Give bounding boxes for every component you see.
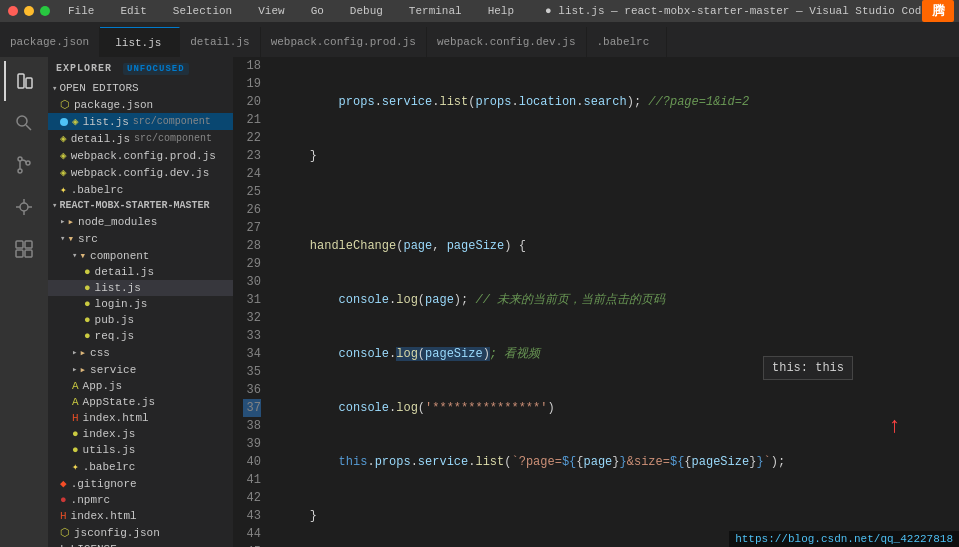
svg-point-5: [18, 169, 22, 173]
code-content[interactable]: props.service.list(props.location.search…: [271, 57, 959, 547]
file-pub-js[interactable]: ● pub.js: [48, 312, 233, 328]
file-npmrc[interactable]: ● .npmrc: [48, 492, 233, 508]
activity-explorer[interactable]: [4, 61, 44, 101]
activity-search[interactable]: [4, 103, 44, 143]
menu-selection[interactable]: Selection: [165, 3, 240, 19]
file-index-html[interactable]: H index.html: [48, 508, 233, 524]
chevron-icon: ▾: [60, 233, 65, 244]
folder-node-modules[interactable]: ▸ ▸ node_modules: [48, 213, 233, 230]
file-path: src/component: [133, 116, 211, 127]
menu-view[interactable]: View: [250, 3, 292, 19]
svg-point-4: [18, 157, 22, 161]
folder-service[interactable]: ▸ ▸ service: [48, 361, 233, 378]
activity-extensions[interactable]: [4, 229, 44, 269]
tab-webpack-dev[interactable]: webpack.config.dev.js: [427, 27, 587, 57]
open-file-package-json[interactable]: ⬡ package.json: [48, 96, 233, 113]
babelrc-icon: ✦: [72, 460, 79, 473]
modified-dot: [60, 118, 68, 126]
menu-edit[interactable]: Edit: [112, 3, 154, 19]
js-icon: ●: [84, 314, 91, 326]
file-jsconfig[interactable]: ⬡ jsconfig.json: [48, 524, 233, 541]
main-content: EXPLORER UNFOCUSED ▾ OPEN EDITORS ⬡ pack…: [0, 57, 959, 547]
open-file-webpack-prod[interactable]: ◈ webpack.config.prod.js: [48, 147, 233, 164]
close-button[interactable]: [8, 6, 18, 16]
code-line-25: this.props.service.list(`?page=${{page}}…: [281, 453, 949, 471]
title-bar: File Edit Selection View Go Debug Termin…: [0, 0, 959, 22]
maximize-button[interactable]: [40, 6, 50, 16]
tencent-logo: 腾: [922, 0, 954, 22]
js-icon: ●: [84, 298, 91, 310]
svg-point-2: [17, 116, 27, 126]
code-line-21: handleChange(page, pageSize) {: [281, 237, 949, 255]
tab-label: webpack.config.prod.js: [271, 36, 416, 48]
line-numbers: 1819202122 2324252627 2829303132 3334353…: [233, 57, 271, 547]
file-name: .npmrc: [71, 494, 111, 506]
file-name: webpack.config.dev.js: [71, 167, 210, 179]
file-path: src/component: [134, 133, 212, 144]
folder-name: service: [90, 364, 136, 376]
activity-git[interactable]: [4, 145, 44, 185]
tab-package-json[interactable]: package.json: [0, 27, 100, 57]
file-name: webpack.config.prod.js: [71, 150, 216, 162]
svg-rect-15: [25, 250, 32, 257]
txt-icon: L: [60, 543, 67, 547]
file-license[interactable]: L LICENSE: [48, 541, 233, 547]
file-name: index.js: [83, 428, 136, 440]
file-req-js[interactable]: ● req.js: [48, 328, 233, 344]
minimize-button[interactable]: [24, 6, 34, 16]
open-file-webpack-dev[interactable]: ◈ webpack.config.dev.js: [48, 164, 233, 181]
project-root[interactable]: ▾ REACT-MOBX-STARTER-MASTER: [48, 198, 233, 213]
file-utils-js[interactable]: ● utils.js: [48, 442, 233, 458]
tab-label: .babelrc: [597, 36, 650, 48]
open-editors-section[interactable]: ▾ OPEN EDITORS: [48, 80, 233, 96]
watermark: https://blog.csdn.net/qq_42227818: [729, 531, 959, 547]
file-index-html[interactable]: H index.html: [48, 410, 233, 426]
file-name: index.html: [71, 510, 137, 522]
folder-icon: ▾: [79, 249, 86, 262]
explorer-title[interactable]: EXPLORER UNFOCUSED: [48, 57, 233, 80]
menu-debug[interactable]: Debug: [342, 3, 391, 19]
menu-file[interactable]: File: [60, 3, 102, 19]
folder-css[interactable]: ▸ ▸ css: [48, 344, 233, 361]
html-icon: H: [72, 412, 79, 424]
js-file-icon: ◈: [72, 115, 79, 128]
json-icon: ⬡: [60, 526, 70, 539]
file-list-js[interactable]: ● list.js: [48, 280, 233, 296]
menu-help[interactable]: Help: [480, 3, 522, 19]
js-file-icon: ◈: [60, 149, 67, 162]
file-name: .gitignore: [71, 478, 137, 490]
tab-list-js[interactable]: list.js: [100, 27, 180, 57]
tab-detail-js[interactable]: detail.js: [180, 27, 260, 57]
activity-debug[interactable]: [4, 187, 44, 227]
chevron-icon: ▾: [72, 250, 77, 261]
code-line-26: }: [281, 507, 949, 525]
file-appstate-js[interactable]: A AppState.js: [48, 394, 233, 410]
code-line-22: console.log(page); // 未来的当前页，当前点击的页码: [281, 291, 949, 309]
menu-terminal[interactable]: Terminal: [401, 3, 470, 19]
file-babelrc[interactable]: ✦ .babelrc: [48, 458, 233, 475]
file-index-js[interactable]: ● index.js: [48, 426, 233, 442]
folder-icon: ▸: [79, 346, 86, 359]
folder-component[interactable]: ▾ ▾ component: [48, 247, 233, 264]
open-file-list-js[interactable]: ◈ list.js src/component: [48, 113, 233, 130]
file-gitignore[interactable]: ◆ .gitignore: [48, 475, 233, 492]
open-file-detail-js[interactable]: ◈ detail.js src/component: [48, 130, 233, 147]
file-detail-js[interactable]: ● detail.js: [48, 264, 233, 280]
file-login-js[interactable]: ● login.js: [48, 296, 233, 312]
file-name: App.js: [83, 380, 123, 392]
window-controls[interactable]: [8, 6, 50, 16]
file-app-js[interactable]: A App.js: [48, 378, 233, 394]
js-icon: ●: [84, 266, 91, 278]
js-file-icon: ◈: [60, 166, 67, 179]
tab-label: list.js: [115, 37, 161, 49]
tab-webpack-prod[interactable]: webpack.config.prod.js: [261, 27, 427, 57]
code-editor[interactable]: 1819202122 2324252627 2829303132 3334353…: [233, 57, 959, 547]
folder-src[interactable]: ▾ ▾ src: [48, 230, 233, 247]
menu-go[interactable]: Go: [303, 3, 332, 19]
file-name: utils.js: [83, 444, 136, 456]
js-icon: A: [72, 396, 79, 408]
logo-area: 腾: [922, 0, 954, 22]
logo-text: 腾: [932, 2, 945, 20]
tab-babelrc[interactable]: .babelrc: [587, 27, 667, 57]
open-file-babelrc[interactable]: ✦ .babelrc: [48, 181, 233, 198]
